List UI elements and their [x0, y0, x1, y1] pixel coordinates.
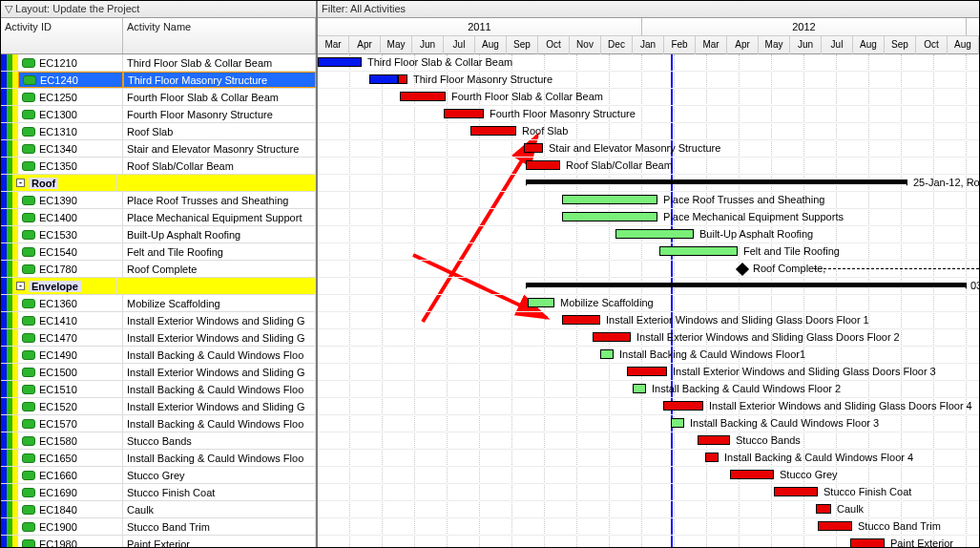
activity-name-cell[interactable]: Stucco Band Trim — [123, 518, 316, 535]
gantt-bar[interactable] — [562, 212, 657, 221]
activity-row[interactable]: EC1490Install Backing & Cauld Windows Fl… — [1, 347, 316, 364]
activity-name-cell[interactable]: Fourth Floor Slab & Collar Beam — [123, 89, 316, 105]
gantt-row[interactable] — [318, 261, 979, 278]
activity-name-cell[interactable]: Third Floor Slab & Collar Beam — [123, 54, 316, 71]
gantt-bar[interactable] — [400, 92, 446, 101]
gantt-row[interactable] — [318, 106, 979, 123]
activity-id-cell[interactable]: -Envelope — [12, 278, 117, 294]
activity-row[interactable]: EC1250Fourth Floor Slab & Collar Beam — [1, 89, 316, 106]
activity-name-cell[interactable]: Stucco Bands — [123, 432, 316, 449]
gantt-bar[interactable] — [663, 401, 703, 411]
gantt-bar[interactable] — [526, 160, 560, 170]
gantt-row[interactable] — [318, 123, 979, 140]
gantt-bar[interactable] — [816, 504, 831, 514]
activity-name-cell[interactable]: Roof Complete — [123, 261, 316, 277]
activity-row[interactable]: EC1340Stair and Elevator Masonry Structu… — [1, 140, 316, 158]
activity-name-cell[interactable]: Install Backing & Cauld Windows Floo — [123, 381, 316, 397]
activity-row[interactable]: EC1650Install Backing & Cauld Windows Fl… — [1, 450, 316, 467]
gantt-row[interactable] — [318, 243, 979, 261]
activity-name-cell[interactable]: Fourth Floor Masonry Structure — [123, 106, 316, 122]
activity-id-cell[interactable]: EC1900 — [18, 518, 123, 535]
activity-id-cell[interactable]: EC1540 — [18, 243, 123, 260]
activity-row[interactable]: EC1510Install Backing & Cauld Windows Fl… — [1, 381, 316, 398]
activity-id-cell[interactable]: EC1690 — [18, 484, 123, 500]
activity-id-cell[interactable]: EC1530 — [18, 226, 123, 242]
activity-id-cell[interactable]: EC1520 — [18, 398, 123, 414]
activity-id-cell[interactable]: EC1400 — [18, 209, 123, 225]
activity-row[interactable]: EC1470Install Exterior Windows and Slidi… — [1, 329, 316, 347]
activity-id-cell[interactable]: EC1490 — [18, 347, 123, 363]
activity-name-cell[interactable]: Roof Slab/Collar Beam — [123, 158, 316, 174]
activity-name-cell[interactable]: Paint Exterior — [123, 536, 316, 547]
gantt-bar[interactable] — [562, 315, 600, 325]
group-row[interactable]: -Roof — [1, 175, 316, 192]
activity-name-cell[interactable]: Built-Up Asphalt Roofing — [123, 226, 316, 242]
activity-id-cell[interactable]: EC1470 — [18, 329, 123, 346]
activity-name-cell[interactable]: Install Exterior Windows and Sliding G — [123, 364, 316, 380]
gantt-bar[interactable] — [444, 109, 484, 118]
activity-row[interactable]: EC1210Third Floor Slab & Collar Beam — [1, 54, 316, 72]
activity-id-cell[interactable]: EC1210 — [18, 54, 123, 71]
gantt-row[interactable] — [318, 432, 979, 450]
activity-row[interactable]: EC1350Roof Slab/Collar Beam — [1, 158, 316, 175]
activity-row[interactable]: EC1840Caulk — [1, 501, 316, 518]
activity-id-cell[interactable]: EC1780 — [18, 261, 123, 277]
gantt-bar[interactable] — [470, 126, 516, 136]
activity-name-cell[interactable]: Install Backing & Cauld Windows Floo — [123, 450, 316, 466]
activity-row[interactable]: EC1570Install Backing & Cauld Windows Fl… — [1, 415, 316, 432]
activity-row[interactable]: EC1580Stucco Bands — [1, 432, 316, 450]
layout-header[interactable]: ▽ Layout: Update the Project — [1, 1, 316, 18]
activity-id-cell[interactable]: EC1660 — [18, 467, 123, 483]
activity-name-cell[interactable] — [117, 175, 316, 191]
activity-name-cell[interactable]: Install Exterior Windows and Sliding G — [123, 398, 316, 414]
activity-name-cell[interactable]: Felt and Tile Roofing — [123, 243, 316, 260]
activity-row[interactable]: EC1390Place Roof Trusses and Sheathing — [1, 192, 316, 209]
group-row[interactable]: -Envelope — [1, 278, 316, 295]
gantt-row[interactable] — [318, 467, 979, 484]
activity-id-cell[interactable]: EC1340 — [18, 140, 123, 157]
activity-row[interactable]: EC1540Felt and Tile Roofing — [1, 243, 316, 261]
gantt-bar[interactable] — [528, 298, 554, 307]
gantt-bar[interactable] — [850, 538, 885, 547]
gantt-bar[interactable] — [318, 57, 362, 67]
col-header-activity-name[interactable]: Activity Name — [123, 18, 316, 53]
activity-id-cell[interactable]: EC1300 — [18, 106, 123, 122]
gantt-bar[interactable] — [774, 487, 818, 496]
activity-name-cell[interactable]: Stair and Elevator Masonry Structure — [123, 140, 316, 157]
activity-id-cell[interactable]: EC1390 — [18, 192, 123, 208]
activity-row[interactable]: EC1310Roof Slab — [1, 123, 316, 140]
activity-name-cell[interactable]: Caulk — [123, 501, 316, 517]
activity-row[interactable]: EC1520Install Exterior Windows and Slidi… — [1, 398, 316, 415]
gantt-row[interactable] — [318, 381, 979, 398]
activity-id-cell[interactable]: -Roof — [12, 175, 117, 191]
activity-id-cell[interactable]: EC1500 — [18, 364, 123, 380]
activity-row[interactable]: EC1240Third Floor Masonry Structure — [1, 72, 316, 89]
activity-id-cell[interactable]: EC1980 — [18, 536, 123, 547]
activity-name-cell[interactable]: Third Floor Masonry Structure — [123, 72, 316, 88]
gantt-bar[interactable] — [524, 143, 543, 153]
gantt-bar[interactable] — [369, 74, 398, 84]
gantt-bar[interactable] — [562, 195, 657, 204]
activity-row[interactable]: EC1410Install Exterior Windows and Slidi… — [1, 312, 316, 329]
activity-name-cell[interactable]: Place Mechanical Equipment Support — [123, 209, 316, 225]
activity-id-cell[interactable]: EC1350 — [18, 158, 123, 174]
collapse-icon[interactable]: - — [16, 282, 25, 290]
activity-row[interactable]: EC1400Place Mechanical Equipment Support — [1, 209, 316, 226]
activity-id-cell[interactable]: EC1240 — [18, 72, 123, 88]
activity-name-cell[interactable]: Mobilize Scaffolding — [123, 295, 316, 311]
activity-row[interactable]: EC1530Built-Up Asphalt Roofing — [1, 226, 316, 243]
gantt-bar[interactable] — [627, 367, 667, 376]
activity-id-cell[interactable]: EC1580 — [18, 432, 123, 449]
activity-row[interactable]: EC1900Stucco Band Trim — [1, 518, 316, 536]
activity-name-cell[interactable]: Place Roof Trusses and Sheathing — [123, 192, 316, 208]
activity-id-cell[interactable]: EC1570 — [18, 415, 123, 432]
gantt-bar[interactable] — [730, 470, 774, 479]
activity-name-cell[interactable]: Stucco Finish Coat — [123, 484, 316, 500]
gantt-bar[interactable] — [615, 229, 694, 239]
activity-name-cell[interactable]: Install Backing & Cauld Windows Floo — [123, 415, 316, 432]
activity-id-cell[interactable]: EC1410 — [18, 312, 123, 328]
activity-id-cell[interactable]: EC1510 — [18, 381, 123, 397]
summary-bar[interactable] — [526, 179, 907, 184]
gantt-body[interactable]: Third Floor Slab & Collar BeamThird Floo… — [318, 54, 979, 547]
gantt-bar[interactable] — [633, 384, 646, 393]
